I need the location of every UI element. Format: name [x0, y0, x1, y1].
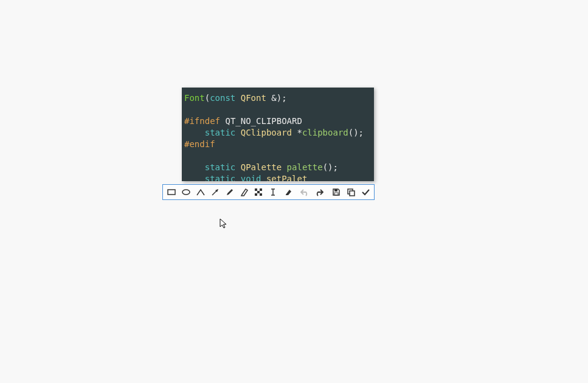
- svg-rect-0: [168, 190, 175, 195]
- undo-icon: [300, 187, 310, 197]
- save-icon: [331, 187, 341, 197]
- code-token: *: [292, 128, 302, 137]
- marker-icon: [240, 187, 249, 197]
- check-icon: [361, 187, 370, 197]
- code-token: static: [205, 174, 236, 181]
- code-token: (: [205, 93, 210, 103]
- ok-button[interactable]: [359, 185, 372, 199]
- code-token: const: [210, 93, 235, 103]
- toolbar-separator: [327, 187, 328, 198]
- svg-rect-4: [255, 188, 257, 191]
- pencil-icon: [225, 187, 235, 197]
- svg-point-1: [182, 190, 190, 195]
- code-token: QFont: [241, 93, 266, 103]
- code-token: [235, 162, 240, 172]
- mouse-cursor: [220, 218, 228, 229]
- text-tool-button[interactable]: [266, 185, 280, 199]
- text-icon: [268, 187, 278, 197]
- svg-rect-15: [350, 191, 355, 196]
- code-token: ();: [348, 128, 364, 137]
- code-token: &);: [266, 93, 287, 103]
- code-token: [184, 174, 205, 181]
- code-snippet: Font(const QFont &); #ifndef QT_NO_CLIPB…: [182, 88, 374, 181]
- code-token: [235, 128, 240, 137]
- svg-rect-5: [260, 188, 262, 191]
- line-icon: [196, 187, 206, 197]
- ellipse-icon: [181, 187, 191, 197]
- redo-button[interactable]: [313, 185, 326, 199]
- code-token: static: [205, 128, 236, 137]
- code-token: clipboard: [302, 128, 348, 137]
- eraser-tool-button[interactable]: [281, 185, 294, 199]
- svg-rect-8: [260, 193, 262, 196]
- code-token: [184, 162, 205, 172]
- code-token: #endif: [184, 139, 215, 149]
- code-token: Font: [184, 93, 205, 103]
- code-token: [235, 93, 240, 103]
- code-token: ();: [323, 162, 338, 172]
- redo-icon: [314, 187, 324, 197]
- code-token: #ifndef: [184, 116, 220, 126]
- rectangle-icon: [167, 187, 176, 197]
- svg-rect-6: [257, 191, 260, 193]
- code-token: void: [241, 174, 261, 181]
- code-token: QT_NO_CLIPBOARD: [225, 116, 302, 126]
- undo-button[interactable]: [298, 185, 311, 199]
- code-token: QClipboard: [241, 128, 292, 137]
- toolbar-separator: [296, 187, 297, 198]
- rectangle-tool-button[interactable]: [165, 185, 178, 199]
- pixelate-icon: [254, 187, 263, 197]
- pencil-tool-button[interactable]: [223, 185, 237, 199]
- code-token: static: [205, 162, 236, 172]
- save-button[interactable]: [330, 185, 343, 199]
- pixelate-tool-button[interactable]: [252, 185, 266, 199]
- ellipse-tool-button[interactable]: [179, 185, 193, 199]
- code-token: palette: [287, 162, 323, 172]
- eraser-icon: [283, 187, 292, 197]
- code-token: QPalette: [241, 162, 282, 172]
- copy-icon: [346, 187, 356, 197]
- annotation-toolbar: [162, 184, 375, 200]
- line-tool-button[interactable]: [194, 185, 207, 199]
- copy-button[interactable]: [344, 185, 358, 199]
- code-token: setPalet: [266, 174, 307, 181]
- svg-rect-12: [334, 189, 337, 191]
- code-token: [282, 162, 286, 172]
- arrow-tool-button[interactable]: [209, 185, 222, 199]
- svg-rect-7: [255, 193, 257, 196]
- code-token: [261, 174, 266, 181]
- arrow-icon: [210, 187, 220, 197]
- code-token: [184, 128, 205, 137]
- code-token: [235, 174, 240, 181]
- marker-tool-button[interactable]: [238, 185, 251, 199]
